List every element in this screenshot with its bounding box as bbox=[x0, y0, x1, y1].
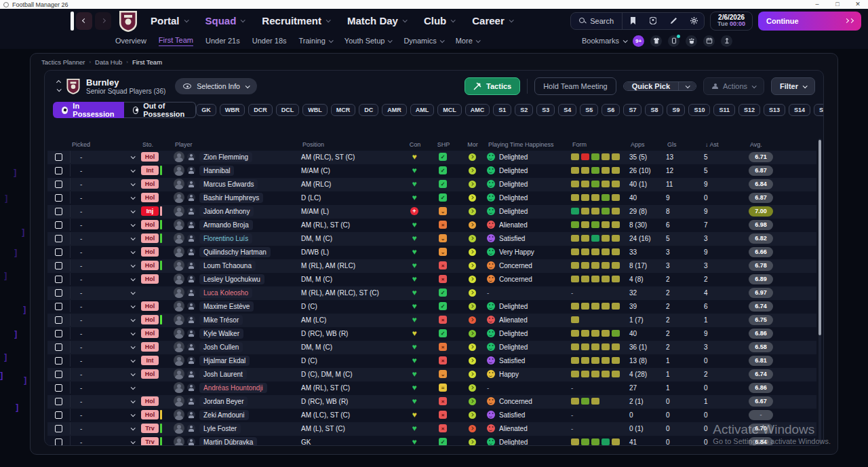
player-photo[interactable] bbox=[174, 179, 184, 189]
player-photo[interactable] bbox=[174, 382, 184, 393]
player-face-icon[interactable] bbox=[187, 424, 195, 432]
column-header-form[interactable]: Form bbox=[571, 141, 629, 148]
player-photo[interactable] bbox=[174, 341, 184, 352]
row-checkbox[interactable] bbox=[55, 153, 62, 161]
position-pill-s7[interactable]: S7 bbox=[623, 104, 642, 116]
position-pill-s6[interactable]: S6 bbox=[601, 104, 620, 116]
player-face-icon[interactable] bbox=[187, 411, 195, 419]
player-photo[interactable] bbox=[174, 206, 184, 217]
player-name[interactable]: Jaidon Anthony bbox=[199, 206, 254, 217]
player-photo[interactable] bbox=[174, 355, 184, 366]
picked-dropdown[interactable]: - bbox=[71, 436, 141, 446]
row-checkbox[interactable] bbox=[55, 343, 62, 351]
position-pill-s13[interactable]: S13 bbox=[764, 104, 785, 116]
player-face-icon[interactable] bbox=[187, 207, 195, 215]
gesture-icon[interactable] bbox=[686, 35, 697, 47]
player-photo[interactable] bbox=[174, 328, 184, 339]
picked-dropdown[interactable]: - bbox=[71, 381, 141, 394]
tab-in-possession[interactable]: In Possession bbox=[53, 102, 124, 118]
scrollbar-thumb[interactable] bbox=[818, 140, 821, 335]
position-pill-s4[interactable]: S4 bbox=[558, 104, 576, 116]
player-name[interactable]: Lesley Ugochukwu bbox=[199, 274, 264, 284]
player-name[interactable]: Hjalmar Ekdal bbox=[199, 356, 250, 366]
player-face-icon[interactable] bbox=[187, 370, 195, 378]
position-pill-s14[interactable]: S14 bbox=[789, 104, 810, 116]
row-checkbox[interactable] bbox=[55, 181, 62, 188]
position-pill-s5[interactable]: S5 bbox=[580, 104, 598, 116]
player-photo[interactable] bbox=[174, 274, 184, 284]
player-name[interactable]: Luca Koleosho bbox=[199, 288, 252, 298]
position-pill-s10[interactable]: S10 bbox=[688, 104, 710, 116]
player-photo[interactable] bbox=[174, 219, 184, 230]
breadcrumb-item-tactics-planner[interactable]: Tactics Planner bbox=[41, 58, 85, 66]
subnav-item-overview[interactable]: Overview bbox=[115, 37, 146, 45]
card-icon[interactable] bbox=[668, 35, 679, 47]
column-header-sto-[interactable]: Sto. bbox=[141, 141, 174, 148]
player-name[interactable]: Armando Broja bbox=[199, 220, 253, 230]
game-date[interactable]: 2/6/2026 Tue 00:00 bbox=[710, 12, 753, 31]
row-checkbox[interactable] bbox=[55, 425, 62, 432]
subnav-item-first-team[interactable]: First Team bbox=[159, 36, 193, 46]
picked-dropdown[interactable]: - bbox=[71, 409, 141, 421]
calendar-icon[interactable] bbox=[703, 35, 715, 47]
notifications-badge[interactable]: 9+ bbox=[633, 35, 644, 47]
column-header-playing-time-happiness[interactable]: Playing Time Happiness bbox=[487, 141, 571, 148]
nav-item-match-day[interactable]: Match Day bbox=[347, 15, 406, 26]
row-checkbox[interactable] bbox=[55, 208, 62, 215]
player-face-icon[interactable] bbox=[187, 316, 195, 324]
filter-button[interactable]: Filter bbox=[771, 77, 815, 95]
row-checkbox[interactable] bbox=[55, 194, 62, 202]
picked-dropdown[interactable]: - bbox=[71, 259, 141, 272]
row-checkbox[interactable] bbox=[55, 384, 62, 392]
column-header-gls[interactable]: Gls bbox=[666, 141, 704, 148]
column-header-avg-[interactable]: Avg. bbox=[749, 141, 816, 148]
column-header-shp[interactable]: SHP bbox=[429, 141, 457, 148]
chevron-down-icon[interactable] bbox=[57, 87, 62, 92]
position-pill-mcr[interactable]: MCR bbox=[331, 104, 356, 116]
player-name[interactable]: Martin Dúbravka bbox=[199, 437, 257, 447]
player-name[interactable]: Zeki Amdouni bbox=[199, 410, 249, 420]
player-name[interactable]: Bashir Humphreys bbox=[199, 193, 263, 203]
player-name[interactable]: Lyle Foster bbox=[199, 424, 241, 434]
player-face-icon[interactable] bbox=[187, 302, 195, 310]
picked-dropdown[interactable]: - bbox=[71, 191, 141, 204]
nav-item-career[interactable]: Career bbox=[472, 15, 513, 26]
subnav-item-dynamics[interactable]: Dynamics bbox=[403, 37, 443, 45]
quick-pick-dropdown[interactable] bbox=[678, 82, 696, 90]
row-checkbox[interactable] bbox=[55, 371, 62, 378]
player-photo[interactable] bbox=[174, 314, 184, 325]
player-photo[interactable] bbox=[174, 301, 184, 312]
player-photo[interactable] bbox=[174, 246, 184, 257]
bookmark-icon[interactable] bbox=[623, 13, 643, 29]
player-name[interactable]: Loum Tchaouna bbox=[199, 261, 256, 271]
subnav-item-youth-setup[interactable]: Youth Setup bbox=[344, 37, 392, 45]
row-checkbox[interactable] bbox=[55, 330, 62, 337]
player-face-icon[interactable] bbox=[187, 288, 195, 297]
position-pill-s11[interactable]: S11 bbox=[713, 104, 735, 116]
position-pill-amc[interactable]: AMC bbox=[465, 104, 490, 116]
position-pill-s8[interactable]: S8 bbox=[645, 104, 663, 116]
position-pill-aml[interactable]: AML bbox=[410, 104, 435, 116]
hold-team-meeting-button[interactable]: Hold Team Meeting bbox=[534, 77, 616, 95]
player-face-icon[interactable] bbox=[187, 248, 195, 256]
picked-dropdown[interactable]: - bbox=[71, 422, 141, 434]
player-face-icon[interactable] bbox=[187, 397, 195, 405]
nav-item-squad[interactable]: Squad bbox=[205, 15, 245, 26]
edit-icon[interactable] bbox=[663, 13, 684, 29]
player-photo[interactable] bbox=[174, 165, 184, 176]
picked-dropdown[interactable]: - bbox=[71, 286, 141, 299]
position-pill-s2[interactable]: S2 bbox=[515, 104, 533, 116]
maximize-button[interactable]: □ bbox=[827, 0, 848, 9]
player-name[interactable]: Florentino Luís bbox=[199, 234, 252, 244]
subnav-item-under-18s[interactable]: Under 18s bbox=[252, 37, 287, 45]
row-checkbox[interactable] bbox=[55, 357, 62, 365]
player-face-icon[interactable] bbox=[187, 438, 195, 446]
picked-dropdown[interactable]: - bbox=[71, 273, 141, 285]
picked-dropdown[interactable]: - bbox=[71, 368, 141, 380]
player-name[interactable]: Josh Cullen bbox=[199, 342, 243, 352]
player-name[interactable]: Josh Laurent bbox=[199, 369, 247, 379]
player-photo[interactable] bbox=[174, 260, 184, 271]
player-face-icon[interactable] bbox=[187, 234, 195, 242]
row-checkbox[interactable] bbox=[55, 398, 62, 405]
close-button[interactable]: ✕ bbox=[848, 0, 868, 9]
